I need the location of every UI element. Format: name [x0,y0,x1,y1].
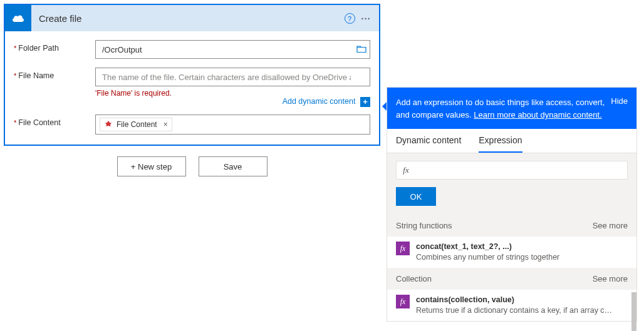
file-content-input[interactable]: File Content × [95,115,370,135]
card-header: Create file ? ··· [5,5,379,31]
flyout-description: Add an expression to do basic things lik… [396,96,605,121]
action-buttons: + New step Save [4,156,380,176]
expression-area: fx OK [387,153,636,215]
add-dynamic-content-link[interactable]: Add dynamic content [283,97,356,106]
expression-flyout: Add an expression to do basic things lik… [387,87,637,322]
section-title: String functions [396,221,452,230]
fx-badge-icon: fx [396,295,410,308]
field-file-content: File Content File Content × [14,115,370,135]
add-dynamic-content-row: Add dynamic content + [14,96,370,107]
folder-path-input[interactable] [95,40,370,59]
see-more-link[interactable]: See more [593,221,628,230]
field-file-name: File Name 'File Name' is required. [14,68,370,98]
more-menu-icon[interactable]: ··· [358,13,374,24]
function-description: Returns true if a dictionary contains a … [416,305,616,316]
fx-icon: fx [397,165,415,175]
token-remove-icon[interactable]: × [164,120,168,129]
flyout-tabs: Dynamic content Expression [387,129,636,153]
function-signature: contains(collection, value) [416,295,616,305]
tab-dynamic-content[interactable]: Dynamic content [396,135,461,153]
create-file-card: Create file ? ··· Folder Path File Name … [4,4,380,146]
function-concat[interactable]: fx concat(text_1, text_2?, ...) Combines… [387,237,636,268]
file-content-label: File Content [14,115,95,127]
folder-picker-icon[interactable] [356,44,366,55]
file-name-input[interactable] [95,68,370,86]
tab-expression[interactable]: Expression [479,135,522,153]
section-title: Collection [396,274,432,283]
scrollbar-thumb[interactable] [631,292,636,331]
api-token-icon [104,120,113,129]
card-title: Create file [31,13,341,24]
onedrive-connector-icon [5,5,31,31]
fx-badge-icon: fx [396,242,410,255]
new-step-button[interactable]: + New step [117,156,186,176]
ok-button[interactable]: OK [396,187,436,206]
section-string-functions: String functions See more [387,215,636,237]
save-button[interactable]: Save [199,156,267,176]
field-folder-path: Folder Path [14,40,370,59]
folder-path-label: Folder Path [14,40,95,53]
file-name-label: File Name [14,68,95,80]
expression-input[interactable] [415,161,627,179]
section-collection: Collection See more [387,268,636,290]
flyout-header: Add an expression to do basic things lik… [387,88,636,129]
token-label: File Content [117,120,157,129]
scrollbar-track[interactable] [631,292,636,331]
learn-more-link[interactable]: Learn more about dynamic content. [474,110,602,120]
add-dynamic-content-plus-icon[interactable]: + [360,97,370,107]
see-more-link[interactable]: See more [593,274,628,283]
fx-input-wrap: fx [396,161,628,180]
file-content-token[interactable]: File Content × [100,118,172,131]
function-signature: concat(text_1, text_2?, ...) [416,242,559,252]
help-icon[interactable]: ? [341,13,358,24]
function-description: Combines any number of strings together [416,252,559,263]
hide-button[interactable]: Hide [611,96,628,121]
card-body: Folder Path File Name 'File Name' is req… [5,31,379,145]
function-contains[interactable]: fx contains(collection, value) Returns t… [387,290,636,321]
